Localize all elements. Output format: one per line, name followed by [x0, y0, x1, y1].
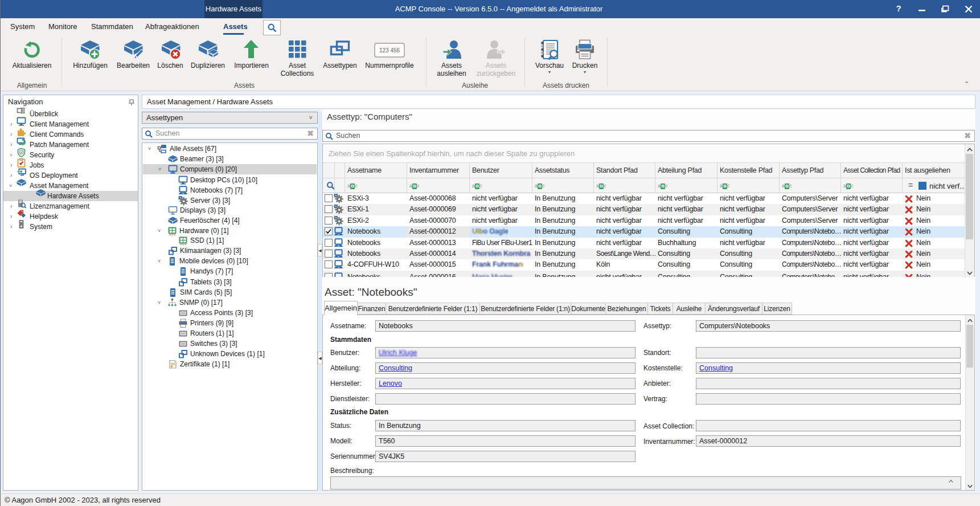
svg-text:123 456: 123 456	[379, 47, 400, 54]
